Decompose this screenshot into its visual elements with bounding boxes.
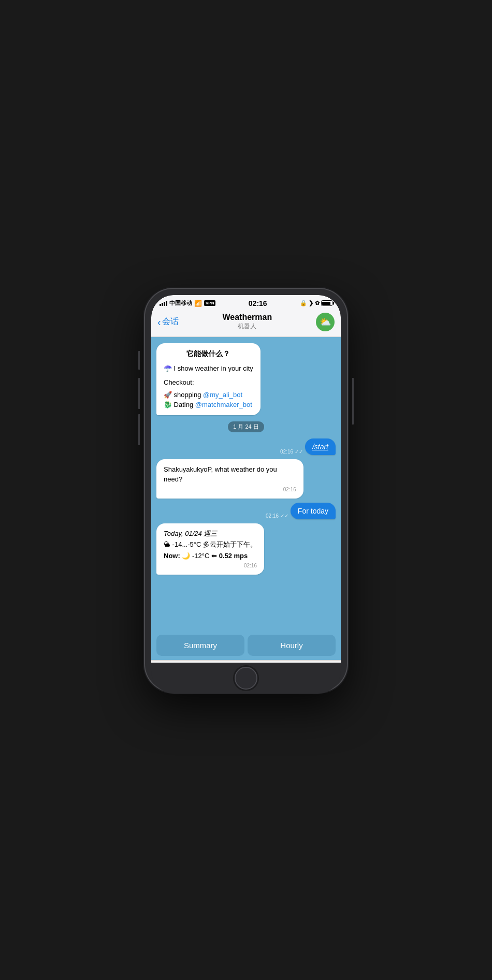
chat-area: 它能做什么？ ☂️ I show weather in your city Ch… <box>151 337 341 632</box>
hourly-button[interactable]: Hourly <box>248 635 336 656</box>
bot-weather-date-text: Today, 01/24 <box>164 530 202 537</box>
bot-weather-now: Now: 🌙 -12°C ⬅ 0.52 mps <box>164 551 257 561</box>
double-check-icon-1: ✓✓ <box>295 449 303 455</box>
bot-avatar-icon: ⛅ <box>320 316 331 328</box>
carrier-label: 中国移动 <box>169 299 192 307</box>
bot-weather-bubble: ShakuyakukyoP, what weather do you need?… <box>156 459 303 499</box>
user-today-time: 02:16 ✓✓ <box>266 513 288 519</box>
signal-bar-1 <box>160 304 161 306</box>
phone-frame: 中国移动 📶 VPN 02:16 🔒 ❯ ✿ ‹ 会话 <box>145 289 347 692</box>
bot-checkout-label: Checkout: <box>164 377 253 388</box>
user-start-time: 02:16 ✓✓ <box>280 449 303 455</box>
signal-bar-2 <box>162 303 163 306</box>
status-right: 🔒 ❯ ✿ <box>300 300 332 306</box>
user-today-row: 02:16 ✓✓ For today <box>266 503 336 519</box>
home-button[interactable] <box>235 667 257 690</box>
signal-icon <box>160 301 167 306</box>
signal-bar-4 <box>166 301 167 306</box>
bluetooth-icon: ✿ <box>315 300 320 306</box>
chevron-left-icon: ‹ <box>157 317 161 327</box>
summary-button[interactable]: Summary <box>156 635 244 656</box>
lock-icon: 🔒 <box>300 300 307 306</box>
mute-button <box>138 351 140 370</box>
bot-weather-temp-range: 🌥 -14...-5°C 多云开始于下午。 <box>164 539 257 550</box>
signal-bar-3 <box>164 302 165 306</box>
app-screen: 中国移动 📶 VPN 02:16 🔒 ❯ ✿ ‹ 会话 <box>151 295 341 685</box>
bot-checkout-item2: 🐉 Dating @matchmaker_bot <box>164 400 253 410</box>
chat-action-buttons: Summary Hourly <box>151 632 341 660</box>
double-check-icon-2: ✓✓ <box>280 513 288 519</box>
wifi-icon: 📶 <box>194 300 202 307</box>
bot-intro-line1: ☂️ I show weather in your city <box>164 363 253 374</box>
battery-icon <box>321 300 332 306</box>
nav-center: Weatherman 机器人 <box>222 313 272 331</box>
volume-down-button <box>138 414 140 445</box>
bot-weather-result-bubble: Today, 01/24 週三 🌥 -14...-5°C 多云开始于下午。 No… <box>156 523 264 575</box>
phone-screen: 中国移动 📶 VPN 02:16 🔒 ❯ ✿ ‹ 会话 <box>151 295 341 685</box>
ali-bot-link[interactable]: @my_ali_bot <box>203 391 242 399</box>
navigation-bar: ‹ 会话 Weatherman 机器人 ⛅ <box>151 310 341 337</box>
bot-intro-message: 它能做什么？ ☂️ I show weather in your city Ch… <box>156 343 336 415</box>
power-button <box>352 378 354 425</box>
bot-weather-date: Today, 01/24 週三 <box>164 529 257 539</box>
date-divider: 1 月 24 日 <box>156 421 336 432</box>
user-message-today: 02:16 ✓✓ For today <box>156 503 336 519</box>
moon-icon: 🌙 <box>182 552 190 560</box>
now-label: Now: <box>164 552 182 560</box>
bot-weather-text: ShakuyakukyoP, what weather do you need? <box>164 464 296 485</box>
volume-up-button <box>138 378 140 409</box>
bot-intro-bubble: 它能做什么？ ☂️ I show weather in your city Ch… <box>156 343 261 415</box>
user-start-text: /start <box>312 443 328 451</box>
user-start-bubble: /start <box>305 438 336 455</box>
matchmaker-link[interactable]: @matchmaker_bot <box>195 401 252 408</box>
vpn-badge: VPN <box>204 300 215 306</box>
bot-weather-result: Today, 01/24 週三 🌥 -14...-5°C 多云开始于下午。 No… <box>156 523 336 575</box>
nav-title: Weatherman <box>222 313 272 322</box>
bot-weather-weekday: 週三 <box>204 530 217 537</box>
status-left: 中国移动 📶 VPN <box>160 299 215 307</box>
user-today-text: For today <box>298 507 328 515</box>
battery-fill <box>322 302 330 305</box>
bot-weather-prompt: ShakuyakukyoP, what weather do you need?… <box>156 459 336 499</box>
now-temp: -12°C <box>192 552 211 560</box>
home-button-area <box>151 663 341 694</box>
back-label: 会话 <box>162 316 179 327</box>
arrow-icon: ⬅ <box>211 552 217 560</box>
bot-result-time: 02:16 <box>164 562 257 569</box>
bot-weather-time: 02:16 <box>164 486 296 493</box>
user-message-start: 02:16 ✓✓ /start <box>156 438 336 455</box>
location-icon: ❯ <box>309 300 313 306</box>
nav-subtitle: 机器人 <box>222 322 272 331</box>
user-start-row: 02:16 ✓✓ /start <box>280 438 336 455</box>
status-time: 02:16 <box>249 299 267 308</box>
bot-avatar[interactable]: ⛅ <box>316 313 335 331</box>
bot-intro-title: 它能做什么？ <box>164 348 253 359</box>
user-today-bubble: For today <box>291 503 336 519</box>
back-button[interactable]: ‹ 会话 <box>157 316 179 327</box>
date-badge-label: 1 月 24 日 <box>228 421 264 432</box>
now-wind: 0.52 mps <box>219 552 248 560</box>
bot-checkout-item1: 🚀 shopping @my_ali_bot <box>164 390 253 400</box>
status-bar: 中国移动 📶 VPN 02:16 🔒 ❯ ✿ <box>151 295 341 310</box>
